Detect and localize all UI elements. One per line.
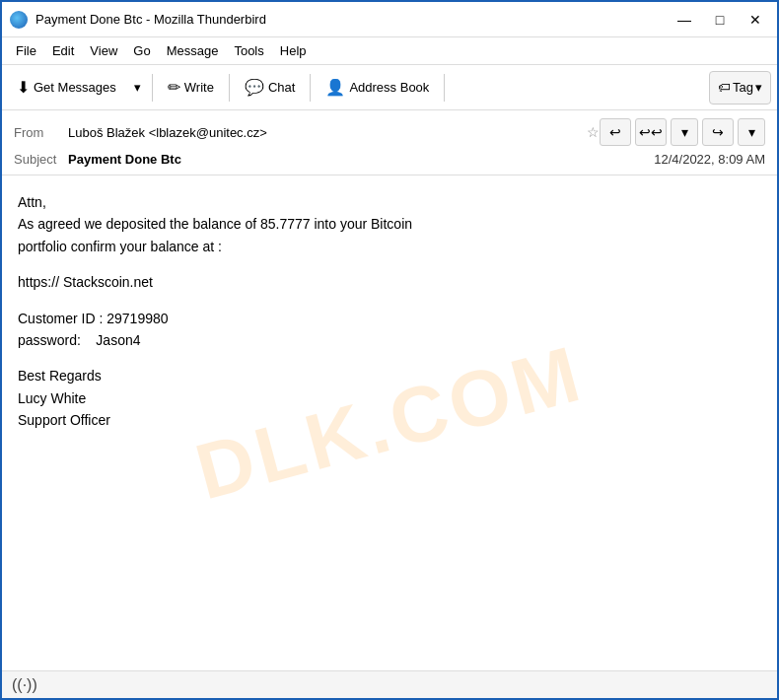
get-messages-icon: ⬇ — [17, 78, 30, 97]
toolbar-divider-1 — [152, 74, 153, 102]
body-line-2: As agreed we deposited the balance of 85… — [18, 213, 761, 235]
body-line-8: Lucy White — [18, 387, 761, 409]
more-actions-dropdown[interactable]: ▾ — [738, 118, 765, 146]
email-body: DLK.COM Attn, As agreed we deposited the… — [2, 175, 777, 670]
address-book-button[interactable]: 👤 Address Book — [317, 71, 438, 105]
status-bar: ((·)) — [2, 670, 777, 698]
get-messages-dropdown[interactable]: ▾ — [129, 71, 146, 105]
connection-status-icon: ((·)) — [12, 676, 37, 694]
maximize-button[interactable]: □ — [706, 9, 734, 31]
email-actions: ↩ ↩↩ ▾ ↪ ▾ — [600, 118, 765, 146]
reply-button[interactable]: ↩ — [600, 118, 631, 146]
toolbar-divider-3 — [310, 74, 311, 102]
address-book-label: Address Book — [349, 80, 429, 95]
toolbar-divider-4 — [444, 74, 445, 102]
menu-go[interactable]: Go — [125, 40, 158, 61]
window-title: Payment Done Btc - Mozilla Thunderbird — [35, 12, 671, 27]
body-line-6: password: Jason4 — [18, 329, 761, 351]
from-row: From Luboš Blažek <lblazek@unitec.cz> ☆ … — [14, 118, 765, 146]
tag-button[interactable]: 🏷 Tag ▾ — [709, 71, 771, 105]
menu-edit[interactable]: Edit — [44, 40, 82, 61]
menu-view[interactable]: View — [82, 40, 125, 61]
window-controls: — □ ✕ — [671, 9, 769, 31]
star-icon[interactable]: ☆ — [587, 124, 600, 140]
tag-label: Tag — [733, 80, 753, 95]
menu-help[interactable]: Help — [272, 40, 315, 61]
get-messages-label: Get Messages — [34, 80, 116, 95]
more-replies-dropdown[interactable]: ▾ — [671, 118, 698, 146]
chat-button[interactable]: 💬 Chat — [236, 71, 304, 105]
body-line-5: Customer ID : 29719980 — [18, 308, 761, 329]
minimize-button[interactable]: — — [671, 9, 698, 31]
body-line-7: Best Regards — [18, 365, 761, 386]
title-bar: Payment Done Btc - Mozilla Thunderbird —… — [2, 2, 777, 37]
toolbar-divider-2 — [229, 74, 230, 102]
reply-all-button[interactable]: ↩↩ — [635, 118, 667, 146]
get-messages-button[interactable]: ⬇ Get Messages — [8, 71, 125, 105]
subject-value: Payment Done Btc — [68, 152, 654, 167]
tag-icon: 🏷 — [718, 80, 731, 95]
write-icon: ✏ — [168, 78, 180, 97]
subject-label: Subject — [14, 152, 68, 167]
body-line-1: Attn, — [18, 191, 761, 213]
subject-row: Subject Payment Done Btc 12/4/2022, 8:09… — [14, 152, 765, 167]
menu-message[interactable]: Message — [159, 40, 227, 61]
menu-tools[interactable]: Tools — [226, 40, 271, 61]
write-button[interactable]: ✏ Write — [159, 71, 223, 105]
body-line-9: Support Officer — [18, 409, 761, 431]
body-line-4: https:// Stackscoin.net — [18, 271, 761, 293]
close-button[interactable]: ✕ — [742, 9, 769, 31]
main-window: Payment Done Btc - Mozilla Thunderbird —… — [0, 0, 779, 700]
menu-bar: File Edit View Go Message Tools Help — [2, 37, 777, 65]
address-book-icon: 👤 — [325, 78, 345, 97]
forward-button[interactable]: ↪ — [702, 118, 734, 146]
toolbar: ⬇ Get Messages ▾ ✏ Write 💬 Chat 👤 Addres… — [2, 65, 777, 110]
from-value: Luboš Blažek <lblazek@unitec.cz> — [68, 125, 581, 140]
email-header: From Luboš Blažek <lblazek@unitec.cz> ☆ … — [2, 110, 777, 175]
from-label: From — [14, 125, 68, 140]
email-content: Attn, As agreed we deposited the balance… — [18, 191, 761, 432]
body-line-3: portfolio confirm your balance at : — [18, 236, 761, 257]
email-date: 12/4/2022, 8:09 AM — [654, 152, 765, 167]
menu-file[interactable]: File — [8, 40, 44, 61]
chat-icon: 💬 — [245, 78, 264, 97]
tag-dropdown-arrow: ▾ — [755, 80, 762, 95]
chat-label: Chat — [268, 80, 295, 95]
write-label: Write — [184, 80, 214, 95]
app-icon — [10, 11, 28, 29]
